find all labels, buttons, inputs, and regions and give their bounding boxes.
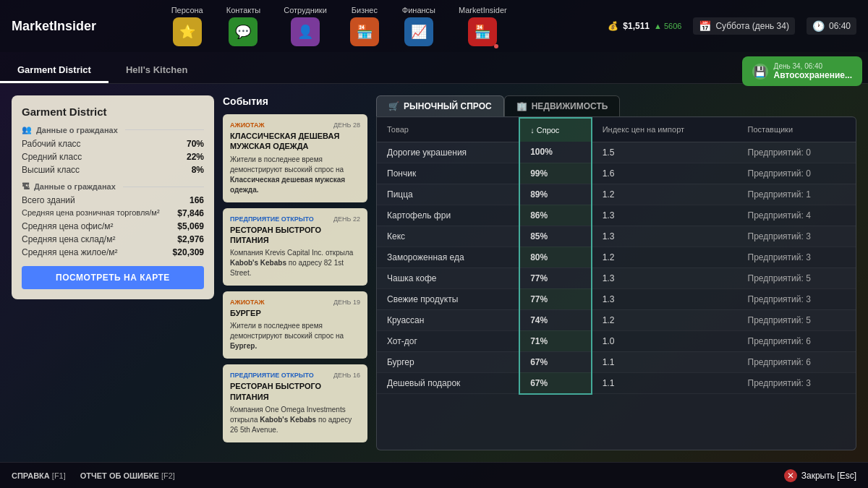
- cell-suppliers: Предприятий: 4: [738, 205, 856, 226]
- autosave-button[interactable]: 💾 День 34, 06:40 Автосохранение...: [742, 56, 862, 86]
- cell-product: Пончик: [377, 163, 519, 184]
- market-table: Товар ↓ Спрос Индекс цен на импорт Поста…: [377, 117, 856, 395]
- table-row: Пицца 89% 1.2 Предприятий: 1: [377, 184, 856, 205]
- event-header-3: ПРЕДПРИЯТИЕ ОТКРЫТО ДЕНЬ 16: [230, 372, 360, 379]
- help-label[interactable]: СПРАВКА [F1]: [12, 471, 66, 480]
- cell-suppliers: Предприятий: 5: [738, 267, 856, 288]
- event-header-0: АЖИОТАЖ ДЕНЬ 28: [230, 121, 360, 129]
- table-row: Бургер 67% 1.1 Предприятий: 6: [377, 351, 856, 372]
- nav-finance-btn[interactable]: 📈: [404, 17, 433, 46]
- table-row: Круассан 74% 1.2 Предприятий: 5: [377, 309, 856, 330]
- report-key: ОТЧЕТ ОБ ОШИБКЕ: [80, 471, 159, 480]
- cell-suppliers: Предприятий: 0: [738, 163, 856, 184]
- building-icon: 🏗: [22, 182, 30, 191]
- stat-value: 166: [190, 195, 204, 205]
- nav-persona-btn[interactable]: ⭐: [173, 17, 202, 46]
- nav-employees-btn[interactable]: 👤: [291, 17, 320, 46]
- status-bar: СПРАВКА [F1] ОТЧЕТ ОБ ОШИБКЕ [F2] ✕ Закр…: [0, 462, 868, 488]
- main-content: Garment District 👥 Данные о гражданах Ра…: [0, 84, 868, 462]
- nav-contacts-label: Контакты: [226, 6, 261, 14]
- table-row: Дорогие украшения 100% 1.5 Предприятий: …: [377, 142, 856, 163]
- citizen-section-header: 👥 Данные о гражданах: [22, 125, 204, 134]
- event-day-3: ДЕНЬ 16: [333, 372, 360, 379]
- stat-value: $5,069: [177, 221, 204, 231]
- cell-price-index: 1.1: [592, 351, 738, 372]
- cell-suppliers: Предприятий: 3: [738, 247, 856, 267]
- event-desc-1: Компания Krevis Capital Inc. открыла Kab…: [230, 248, 360, 278]
- market-table-container: Товар ↓ Спрос Индекс цен на импорт Поста…: [376, 116, 856, 450]
- col-suppliers[interactable]: Поставщики: [738, 118, 856, 142]
- cell-product: Свежие продукты: [377, 288, 519, 309]
- tab-real-estate[interactable]: 🏢 НЕДВИЖИМОСТЬ: [504, 95, 621, 116]
- stat-value: $7,846: [177, 208, 204, 218]
- event-card-1: ПРЕДПРИЯТИЕ ОТКРЫТО ДЕНЬ 22 РЕСТОРАН БЫС…: [223, 208, 367, 286]
- building-tab-icon: 🏢: [516, 101, 527, 111]
- col-demand[interactable]: ↓ Спрос: [519, 118, 592, 142]
- table-row: Кекс 85% 1.3 Предприятий: 3: [377, 226, 856, 247]
- cell-demand: 80%: [519, 247, 592, 267]
- nav-marketinsider[interactable]: MarketInsider 🏪: [459, 6, 507, 46]
- cell-product: Дешевый подарок: [377, 372, 519, 394]
- cell-suppliers: Предприятий: 6: [738, 330, 856, 351]
- report-label[interactable]: ОТЧЕТ ОБ ОШИБКЕ [F2]: [80, 471, 175, 480]
- stat-label: Высший класс: [22, 165, 80, 175]
- nav-finance[interactable]: Финансы 📈: [402, 6, 435, 46]
- nav-persona[interactable]: Персона ⭐: [171, 6, 203, 46]
- event-desc-0: Жители в последнее время демонстрируют в…: [230, 155, 360, 195]
- nav-employees[interactable]: Сотрудники 👤: [284, 6, 327, 46]
- cell-suppliers: Предприятий: 5: [738, 309, 856, 330]
- market-table-body: Дорогие украшения 100% 1.5 Предприятий: …: [377, 142, 856, 394]
- event-type-2: АЖИОТАЖ: [230, 299, 265, 306]
- building-section-header: 🏗 Данные о гражданах: [22, 182, 204, 191]
- col-product[interactable]: Товар: [377, 118, 519, 142]
- money-info: 💰 $1,511 ▲ 5606: [608, 21, 681, 31]
- tab-market-demand[interactable]: 🛒 РЫНОЧНЫЙ СПРОС: [376, 95, 504, 116]
- view-map-button[interactable]: ПОСМОТРЕТЬ НА КАРТЕ: [22, 266, 204, 289]
- cell-suppliers: Предприятий: 0: [738, 142, 856, 163]
- event-card-2: АЖИОТАЖ ДЕНЬ 19 БУРГЕР Жители в последне…: [223, 291, 367, 359]
- cell-demand: 100%: [519, 142, 592, 163]
- cell-product: Дорогие украшения: [377, 142, 519, 163]
- cell-price-index: 1.2: [592, 184, 738, 205]
- cell-price-index: 1.3: [592, 226, 738, 247]
- cell-suppliers: Предприятий: 6: [738, 351, 856, 372]
- district-info-card: Garment District 👥 Данные о гражданах Ра…: [12, 95, 214, 299]
- clock-icon: 🕐: [812, 20, 825, 32]
- stat-value: 70%: [187, 139, 204, 149]
- cell-price-index: 1.1: [592, 372, 738, 394]
- nav-finance-label: Финансы: [402, 6, 435, 14]
- cell-demand: 67%: [519, 351, 592, 372]
- help-key-binding: [F1]: [52, 471, 66, 480]
- tab-hells-kitchen[interactable]: Hell's Kitchen: [109, 59, 205, 83]
- stat-middle-class: Средний класс 22%: [22, 150, 204, 163]
- events-list: АЖИОТАЖ ДЕНЬ 28 КЛАССИЧЕСКАЯ ДЕШЕВАЯ МУЖ…: [223, 114, 367, 442]
- event-day-0: ДЕНЬ 28: [333, 121, 360, 129]
- event-day-2: ДЕНЬ 19: [333, 299, 360, 306]
- tab-garment-district[interactable]: Garment District: [0, 59, 109, 83]
- event-type-0: АЖИОТАЖ: [230, 121, 265, 129]
- cell-price-index: 1.3: [592, 288, 738, 309]
- cell-demand: 99%: [519, 163, 592, 184]
- nav-items: Персона ⭐ Контакты 💬 Сотрудники 👤 Бизнес…: [70, 6, 608, 46]
- money-value: $1,511: [623, 21, 650, 31]
- table-header-row: Товар ↓ Спрос Индекс цен на импорт Поста…: [377, 118, 856, 142]
- status-left: СПРАВКА [F1] ОТЧЕТ ОБ ОШИБКЕ [F2]: [12, 471, 175, 480]
- nav-contacts-btn[interactable]: 💬: [229, 17, 258, 46]
- cell-price-index: 1.5: [592, 142, 738, 163]
- cell-demand: 77%: [519, 288, 592, 309]
- cell-price-index: 1.2: [592, 247, 738, 267]
- nav-business-btn[interactable]: 🏪: [350, 17, 379, 46]
- cell-product: Бургер: [377, 351, 519, 372]
- nav-business[interactable]: Бизнес 🏪: [350, 6, 379, 46]
- cell-demand: 86%: [519, 205, 592, 226]
- district-tabs-bar: Garment District Hell's Kitchen: [0, 52, 868, 84]
- table-row: Пончик 99% 1.6 Предприятий: 0: [377, 163, 856, 184]
- stat-office-price: Средняя цена офис/м² $5,069: [22, 220, 204, 233]
- col-price-index[interactable]: Индекс цен на импорт: [592, 118, 738, 142]
- top-navigation: MarketInsider Персона ⭐ Контакты 💬 Сотру…: [0, 0, 868, 52]
- close-button[interactable]: ✕ Закрыть [Esc]: [784, 469, 856, 482]
- stat-value: 22%: [187, 152, 204, 162]
- nav-contacts[interactable]: Контакты 💬: [226, 6, 261, 46]
- event-title-0: КЛАССИЧЕСКАЯ ДЕШЕВАЯ МУЖСКАЯ ОДЕЖДА: [230, 131, 360, 152]
- nav-marketinsider-btn[interactable]: 🏪: [468, 17, 497, 46]
